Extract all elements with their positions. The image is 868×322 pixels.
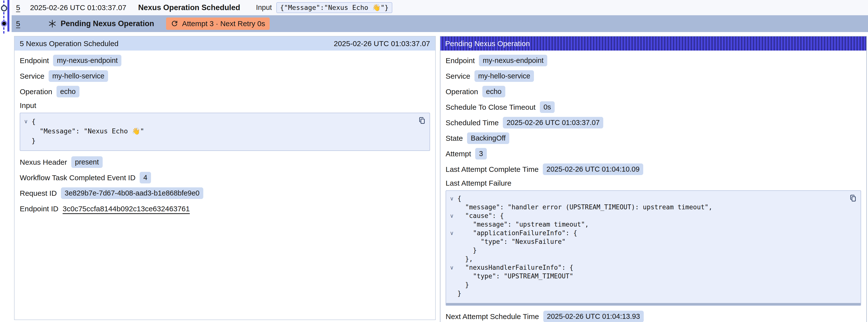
code-text: "nexusHandlerFailureInfo": { xyxy=(458,263,574,272)
event-title: Pending Nexus Operation xyxy=(61,19,154,28)
event-history-view: 5 2025-02-26 UTC 01:03:37.07 Nexus Opera… xyxy=(0,0,868,322)
field-nexus-header: Nexus Headerpresent xyxy=(20,156,430,168)
collapse-chevron-icon[interactable]: ∨ xyxy=(446,229,458,237)
code-line: "type": "NexusFailure" xyxy=(446,237,843,246)
copy-button[interactable] xyxy=(849,194,857,202)
field-endpoint: Endpointmy-nexus-endpoint xyxy=(20,55,430,66)
failure-section-label: Last Attempt Failure xyxy=(445,179,861,187)
collapse-chevron-icon[interactable]: ∨ xyxy=(20,117,32,126)
code-gutter xyxy=(446,220,458,229)
event-row-scheduled[interactable]: 5 2025-02-26 UTC 01:03:37.07 Nexus Opera… xyxy=(11,0,868,15)
code-text: { xyxy=(458,194,461,203)
pending-operation-header-title: Pending Nexus Operation xyxy=(445,39,530,48)
field-value-link[interactable]: 3c0c75ccfa8144b092c13ce632463761 xyxy=(63,205,190,213)
field-service: Servicemy-hello-service xyxy=(20,70,430,82)
scheduled-panel-title: 5 Nexus Operation Scheduled xyxy=(20,39,118,48)
code-gutter xyxy=(20,126,32,136)
copy-icon xyxy=(849,194,857,202)
code-line: }, xyxy=(446,255,843,263)
field-label: Schedule To Close Timeout xyxy=(445,103,536,111)
field-schedule-to-close-timeout: Schedule To Close Timeout0s xyxy=(445,101,861,113)
field-value-badge: 3 xyxy=(475,148,487,160)
field-label: Service xyxy=(20,72,44,80)
copy-icon xyxy=(418,117,426,125)
event-title: Nexus Operation Scheduled xyxy=(138,3,240,12)
code-line: "message": "upstream timeout", xyxy=(446,220,843,229)
field-endpoint: Endpointmy-nexus-endpoint xyxy=(445,55,861,66)
field-value-badge: present xyxy=(71,156,103,168)
code-text: } xyxy=(458,281,469,289)
scheduled-event-detail-panel: 5 Nexus Operation Scheduled 2025-02-26 U… xyxy=(14,36,436,320)
code-line: ∨ "nexusHandlerFailureInfo": { xyxy=(446,263,843,272)
code-gutter xyxy=(446,246,458,255)
code-line: ∨ "applicationFailureInfo": { xyxy=(446,229,843,237)
field-value-badge: 4 xyxy=(140,172,151,184)
collapse-chevron-icon[interactable]: ∨ xyxy=(446,194,458,203)
code-line: } xyxy=(446,281,843,289)
field-label: State xyxy=(445,134,463,142)
code-text: } xyxy=(32,136,35,146)
code-text: }, xyxy=(458,255,473,263)
field-service: Servicemy-hello-service xyxy=(445,70,861,82)
timeline-event-dot-open[interactable] xyxy=(1,5,7,11)
field-value-badge: BackingOff xyxy=(467,132,509,144)
field-label: Service xyxy=(445,72,470,80)
field-scheduled-time: Scheduled Time2025-02-26 UTC 01:03:37.07 xyxy=(445,117,861,128)
timeline-gutter xyxy=(0,0,11,37)
field-label: Endpoint ID xyxy=(20,205,59,213)
code-gutter xyxy=(446,203,458,212)
field-value-badge: 2025-02-26 UTC 01:03:37.07 xyxy=(503,117,603,128)
code-text: } xyxy=(458,289,461,298)
event-id-link[interactable]: 5 xyxy=(16,20,20,28)
retry-badge-text: Attempt 3 · Next Retry 0s xyxy=(182,20,265,28)
code-text: "applicationFailureInfo": { xyxy=(458,229,577,237)
code-line: "Message": "Nexus Echo 👋" xyxy=(20,126,412,136)
failure-code-lines: ∨{ "message": "handler error (UPSTREAM_T… xyxy=(446,194,843,298)
scheduled-fields-top: Endpointmy-nexus-endpointServicemy-hello… xyxy=(20,55,430,97)
field-value-badge: my-nexus-endpoint xyxy=(53,55,121,66)
timeline-event-dot-selected[interactable] xyxy=(1,21,7,27)
field-value-badge: 3e829b7e-7d67-4b08-aad3-b1e868bfe9e0 xyxy=(61,187,203,199)
field-workflow-task-completed-event-id: Workflow Task Completed Event ID4 xyxy=(20,172,430,184)
field-value-badge: 0s xyxy=(540,101,555,113)
copy-button[interactable] xyxy=(418,117,426,125)
field-next-attempt-schedule-time: Next Attempt Schedule Time 2025-02-26 UT… xyxy=(445,311,861,322)
field-operation: Operationecho xyxy=(445,86,861,97)
field-label: Next Attempt Schedule Time xyxy=(445,312,539,321)
code-line: } xyxy=(446,289,843,298)
event-id-link[interactable]: 5 xyxy=(16,3,20,12)
code-line: } xyxy=(20,136,412,146)
field-label: Attempt xyxy=(445,150,471,158)
field-label: Last Attempt Complete Time xyxy=(445,165,538,173)
input-code-block: ∨{ "Message": "Nexus Echo 👋"} xyxy=(20,113,430,151)
field-endpoint-id: Endpoint ID3c0c75ccfa8144b092c13ce632463… xyxy=(20,203,430,215)
field-value-badge: 2025-02-26 UTC 01:04:13.93 xyxy=(543,311,644,322)
scheduled-panel-body: Endpointmy-nexus-endpointServicemy-hello… xyxy=(14,51,435,223)
field-label: Workflow Task Completed Event ID xyxy=(20,173,135,182)
collapse-chevron-icon[interactable]: ∨ xyxy=(446,212,458,220)
field-label: Request ID xyxy=(20,189,57,197)
pending-panel-body: Endpointmy-nexus-endpointServicemy-hello… xyxy=(440,51,866,322)
retry-icon xyxy=(171,20,178,28)
pending-operation-icon xyxy=(48,19,57,28)
retry-status-badge: Attempt 3 · Next Retry 0s xyxy=(166,18,270,30)
code-line: ∨{ xyxy=(20,117,412,126)
code-text: "type": "UPSTREAM_TIMEOUT" xyxy=(458,272,574,281)
code-gutter xyxy=(446,272,458,281)
event-row-pending[interactable]: 5 Pending Nexus Operation Attempt 3 · Ne… xyxy=(11,15,868,32)
pending-operation-header: Pending Nexus Operation xyxy=(440,36,866,51)
code-gutter xyxy=(446,255,458,263)
field-value-badge: my-hello-service xyxy=(49,70,108,82)
input-label: Input xyxy=(256,3,272,11)
code-text: { xyxy=(32,117,35,126)
code-line: "type": "UPSTREAM_TIMEOUT" xyxy=(446,272,843,281)
code-gutter xyxy=(446,289,458,298)
field-value-badge: 2025-02-26 UTC 01:04:10.09 xyxy=(543,163,643,175)
code-line: ∨ "cause": { xyxy=(446,212,843,220)
input-value-chip[interactable]: {"Message":"Nexus Echo 👋"} xyxy=(276,2,392,13)
field-value-badge: my-hello-service xyxy=(474,70,534,82)
pending-fields: Endpointmy-nexus-endpointServicemy-hello… xyxy=(445,55,861,175)
code-text: "message": "upstream timeout", xyxy=(458,220,589,229)
collapse-chevron-icon[interactable]: ∨ xyxy=(446,263,458,272)
horizontal-scrollbar[interactable] xyxy=(446,303,861,305)
